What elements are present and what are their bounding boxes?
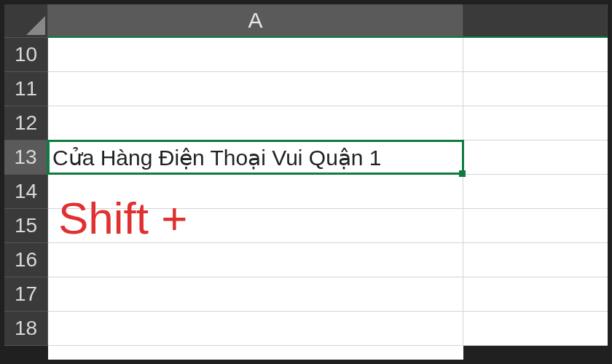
column-header-a[interactable]: A xyxy=(48,4,463,36)
grid-row xyxy=(48,277,608,312)
select-all-corner[interactable] xyxy=(4,4,48,38)
cell-a15[interactable] xyxy=(48,209,463,242)
grid-row xyxy=(48,243,608,277)
select-all-triangle-icon xyxy=(26,16,45,35)
grid-row xyxy=(48,106,608,141)
column-headers: A xyxy=(48,4,608,38)
row-header-16[interactable]: 16 xyxy=(4,243,48,277)
grid-row xyxy=(48,312,608,346)
cell-value: Cửa Hàng Điện Thoại Vui Quận 1 xyxy=(52,145,382,170)
cell-a14[interactable] xyxy=(48,175,463,208)
row-header-12[interactable]: 12 xyxy=(4,106,48,141)
row-header-11[interactable]: 11 xyxy=(4,72,48,106)
row-header-15[interactable]: 15 xyxy=(4,209,48,243)
cell-a17[interactable] xyxy=(48,277,463,311)
row-header-14[interactable]: 14 xyxy=(4,175,48,209)
grid-row xyxy=(48,209,608,243)
cell-a10[interactable] xyxy=(48,38,463,71)
cell-grid: Cửa Hàng Điện Thoại Vui Quận 1 xyxy=(48,38,608,346)
cell-a11[interactable] xyxy=(48,72,463,106)
row-headers: 10 11 12 13 14 15 16 17 18 xyxy=(4,38,48,346)
cell-a13[interactable]: Cửa Hàng Điện Thoại Vui Quận 1 xyxy=(48,141,463,174)
spreadsheet: A 10 11 12 13 14 15 16 17 18 Cửa Hàng Đi… xyxy=(4,4,608,360)
row-header-10[interactable]: 10 xyxy=(4,38,48,72)
row-header-17[interactable]: 17 xyxy=(4,277,48,312)
cell-a12[interactable] xyxy=(48,106,463,140)
grid-row xyxy=(48,72,608,106)
cell-a18[interactable] xyxy=(48,312,463,345)
grid-row xyxy=(48,175,608,209)
row-header-13[interactable]: 13 xyxy=(4,141,48,175)
grid-row xyxy=(48,38,608,72)
cell-a16[interactable] xyxy=(48,243,463,277)
row-header-18[interactable]: 18 xyxy=(4,312,48,346)
column-header-b[interactable] xyxy=(463,4,608,36)
fill-handle[interactable] xyxy=(459,170,466,177)
grid-row: Cửa Hàng Điện Thoại Vui Quận 1 xyxy=(48,141,608,175)
